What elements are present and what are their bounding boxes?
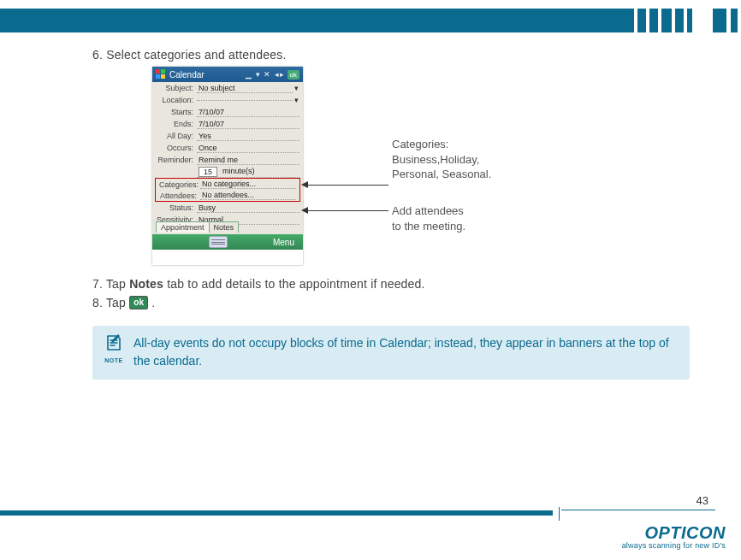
- keyboard-icon: [209, 236, 228, 248]
- value-categories: No categories...: [200, 180, 296, 189]
- screenshot-area: Calendar ▁ ▾ ✕ ◂▸ ok Subject:No subject▾…: [152, 67, 597, 268]
- value-starts: 7/10/07: [197, 108, 299, 117]
- brand-name: OPTICON: [622, 523, 726, 543]
- callout-attendees-l1: Add attendees: [392, 203, 465, 219]
- note-label: NOTE: [101, 357, 127, 365]
- value-ends: 7/10/07: [197, 120, 299, 129]
- chevron-down-icon: ▾: [293, 84, 299, 92]
- label-subject: Subject:: [156, 84, 197, 92]
- step-7-post: tab to add details to the appointment if…: [163, 277, 425, 291]
- arrow-attendees-h: [305, 210, 388, 211]
- device-tray-icons: ▁ ▾ ✕ ◂▸: [246, 70, 285, 79]
- brand-tagline: always scanning for new ID's: [622, 541, 726, 550]
- value-status: Busy: [197, 203, 299, 213]
- value-attendees: No attendees...: [200, 191, 296, 200]
- value-subject: No subject: [197, 84, 293, 93]
- page-number: 43: [697, 494, 708, 507]
- label-starts: Starts:: [156, 108, 197, 116]
- label-status: Status:: [156, 203, 197, 212]
- svg-rect-1: [161, 69, 165, 74]
- label-allday: All Day:: [156, 132, 197, 140]
- windows-start-icon: [156, 69, 166, 80]
- value-reminder-num: 15: [199, 167, 217, 177]
- page: 6. Select categories and attendees. Cale…: [0, 0, 741, 560]
- step-7-pre: 7. Tap: [92, 277, 129, 291]
- callout-attendees-l2: to the meeting.: [392, 219, 465, 234]
- brand-logo: OPTICON always scanning for new ID's: [622, 523, 726, 550]
- label-ends: Ends:: [156, 120, 197, 128]
- label-attendees: Attendees:: [159, 192, 200, 200]
- label-categories: Categories:: [159, 180, 200, 189]
- header-stripes: [634, 9, 741, 32]
- tab-notes: Notes: [209, 221, 240, 233]
- tab-appointment: Appointment: [156, 221, 210, 233]
- callout-categories-l1: Categories:: [392, 137, 491, 152]
- device-titlebar: Calendar ▁ ▾ ✕ ◂▸ ok: [152, 67, 303, 82]
- callout-attendees: Add attendees to the meeting.: [392, 203, 465, 233]
- arrow-categories: [305, 185, 388, 186]
- step-7-bold: Notes: [129, 277, 163, 291]
- value-reminder: Remind me: [197, 156, 299, 165]
- device-body: Subject:No subject▾ Location:▾ Starts:7/…: [152, 82, 303, 250]
- callout-categories-l2: Business,Holiday,: [392, 152, 491, 168]
- content: 6. Select categories and attendees. Cale…: [92, 48, 690, 380]
- chevron-down-icon: ▾: [293, 96, 299, 104]
- value-location: [197, 100, 293, 101]
- device-screenshot: Calendar ▁ ▾ ✕ ◂▸ ok Subject:No subject▾…: [152, 67, 303, 265]
- highlight-categories-attendees: Categories:No categories... Attendees:No…: [155, 178, 300, 202]
- step-6: 6. Select categories and attendees.: [92, 48, 690, 62]
- value-reminder-unit: minute(s): [222, 167, 298, 177]
- callout-categories: Categories: Business,Holiday, Personal, …: [392, 137, 491, 182]
- device-menu: Menu: [264, 238, 303, 247]
- device-tabs: Appointment Notes: [156, 221, 238, 233]
- header-bar: [0, 9, 741, 32]
- label-reminder: Reminder:: [156, 156, 197, 164]
- svg-rect-3: [161, 74, 165, 79]
- step-8-post: .: [148, 296, 155, 309]
- step-7: 7. Tap Notes tab to add details to the a…: [92, 277, 690, 291]
- value-occurs: Once: [197, 144, 299, 153]
- device-ok-icon: ok: [288, 70, 299, 80]
- device-title: Calendar: [169, 70, 205, 80]
- step-8: 8. Tap ok .: [92, 296, 690, 310]
- page-number-rule: [561, 510, 715, 510]
- note-text: All-day events do not occupy blocks of t…: [133, 336, 669, 367]
- ok-icon: ok: [129, 296, 148, 309]
- note-box: NOTE All-day events do not occupy blocks…: [92, 326, 690, 380]
- step-8-pre: 8. Tap: [92, 296, 129, 309]
- footer-bar: [0, 510, 553, 516]
- device-footer: . Menu: [152, 234, 303, 250]
- label-location: Location:: [156, 96, 197, 104]
- label-occurs: Occurs:: [156, 144, 197, 152]
- svg-rect-0: [156, 69, 160, 74]
- note-icon: NOTE: [101, 333, 127, 364]
- callout-categories-l3: Personal, Seasonal.: [392, 167, 491, 182]
- svg-rect-2: [156, 74, 160, 79]
- footer-bar-end: [559, 507, 560, 521]
- value-allday: Yes: [197, 132, 299, 141]
